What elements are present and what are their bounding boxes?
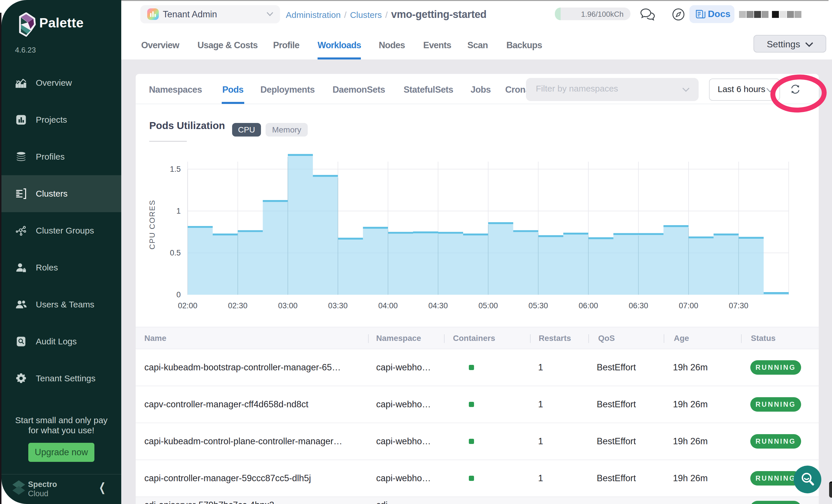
svg-text:05:00: 05:00	[478, 301, 498, 310]
svg-text:0.5: 0.5	[170, 248, 181, 257]
svg-text:02:30: 02:30	[228, 301, 248, 310]
svg-text:04:30: 04:30	[428, 301, 448, 310]
svg-text:03:30: 03:30	[328, 301, 348, 310]
svg-text:0: 0	[176, 290, 181, 299]
svg-text:07:00: 07:00	[679, 301, 698, 310]
svg-text:06:00: 06:00	[578, 301, 598, 310]
svg-text:04:00: 04:00	[378, 301, 398, 310]
svg-text:1: 1	[176, 207, 181, 215]
svg-text:02:00: 02:00	[178, 301, 198, 310]
svg-text:05:30: 05:30	[528, 301, 548, 310]
svg-text:03:00: 03:00	[278, 301, 297, 310]
svg-text:06:30: 06:30	[629, 301, 648, 310]
svg-text:07:30: 07:30	[729, 301, 749, 310]
svg-text:CPU CORES: CPU CORES	[148, 200, 156, 250]
svg-text:1.5: 1.5	[170, 165, 181, 174]
